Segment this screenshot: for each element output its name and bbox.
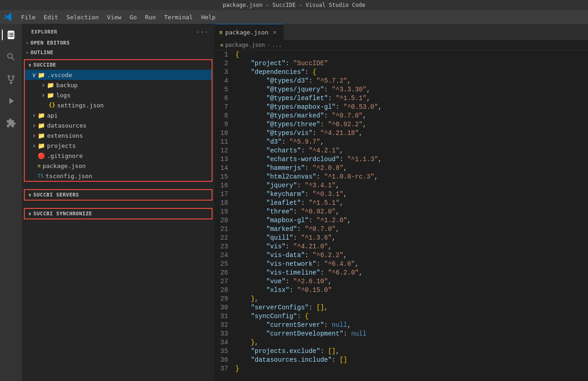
code-editor[interactable]: 1234567891011121314151617181920212223242… [215, 50, 588, 381]
package-json-label: package.json [43, 162, 86, 169]
logs-expand-icon: › [41, 91, 45, 99]
line-number-23: 23 [220, 242, 228, 251]
backup-folder-item[interactable]: › 📁 backup [25, 80, 212, 90]
code-line-13: "echarts-wordcloud": "^1.1.3", [235, 155, 579, 164]
gitignore-icon: 🔴 [38, 152, 45, 159]
code-line-11: "d3": "^5.9.7", [235, 138, 579, 146]
code-line-17: "keycharm": "^0.3.1", [235, 190, 579, 199]
outline-header[interactable]: › OUTLINE [22, 48, 214, 57]
code-line-5: "@types/jquery": "^3.3.30", [235, 85, 579, 94]
package-json-tab[interactable]: ≡ package.json × [215, 24, 284, 40]
code-line-18: "leaflet": "^1.5.1", [235, 199, 579, 207]
line-number-8: 8 [220, 112, 228, 120]
line-number-37: 37 [220, 364, 228, 373]
succide-header[interactable]: ∨ SUCCIDE [25, 60, 212, 70]
search-activity-icon[interactable] [2, 48, 20, 66]
line-number-33: 33 [220, 330, 228, 338]
line-number-17: 17 [220, 190, 228, 199]
gitignore-label: .gitignore [47, 152, 83, 159]
tsconfig-json-item[interactable]: TS tsconfig.json [25, 171, 212, 181]
explorer-activity-icon[interactable] [2, 26, 20, 44]
code-line-29: }, [235, 295, 579, 303]
vscode-expand-icon: ∨ [32, 71, 36, 78]
sidebar-header: EXPLORER ··· [22, 24, 214, 38]
package-json-item[interactable]: ≡ package.json [25, 161, 212, 171]
extensions-folder-label: extensions [47, 132, 83, 139]
api-folder-item[interactable]: › 📁 api [25, 110, 212, 120]
code-line-32: "currentServer": null, [235, 321, 579, 330]
line-number-1: 1 [220, 50, 228, 59]
menu-item-run[interactable]: Run [141, 12, 159, 22]
line-number-26: 26 [220, 269, 228, 277]
code-line-22: "quill": "^1.3.6", [235, 234, 579, 242]
tab-json-icon: ≡ [219, 29, 223, 35]
breadcrumb-sep: › [267, 42, 270, 48]
open-editors-header[interactable]: › OPEN EDITORS [22, 38, 214, 48]
menu-item-edit[interactable]: Edit [40, 12, 62, 22]
line-number-32: 32 [220, 321, 228, 330]
projects-folder-item[interactable]: › 📁 projects [25, 140, 212, 151]
code-line-9: "@types/three": "^0.92.2", [235, 120, 579, 129]
line-number-4: 4 [220, 77, 228, 85]
menu-item-terminal[interactable]: Terminal [161, 12, 197, 22]
line-number-36: 36 [220, 356, 228, 364]
gitignore-item[interactable]: 🔴 .gitignore [25, 151, 212, 161]
tab-close-button[interactable]: × [271, 28, 279, 36]
datasources-folder-item[interactable]: › 📁 datasources [25, 120, 212, 130]
outline-label: OUTLINE [31, 50, 54, 56]
succbi-servers-section: ∨ SUCCBI SERVERS [24, 189, 213, 201]
settings-json-label: settings.json [57, 102, 104, 109]
projects-folder-icon: 📁 [38, 142, 45, 149]
line-number-35: 35 [220, 347, 228, 356]
succbi-sync-header[interactable]: ∨ SUCCBI SYNCHRONIZE [25, 209, 212, 219]
menu-bar: FileEditSelectionViewGoRunTerminalHelp [0, 10, 588, 24]
line-number-2: 2 [220, 59, 228, 68]
menu-item-go[interactable]: Go [126, 12, 140, 22]
editor-area: ≡ package.json × ≡ package.json › ... 12… [215, 24, 588, 381]
succide-chevron: ∨ [28, 62, 32, 67]
file-tree: ∨ 📁 .vscode › 📁 backup › 📁 logs [25, 70, 212, 181]
sidebar: EXPLORER ··· › OPEN EDITORS › OUTLINE ∨ … [22, 24, 215, 381]
extensions-folder-item[interactable]: › 📁 extensions [25, 130, 212, 140]
tsconfig-json-icon: TS [38, 173, 44, 179]
line-number-24: 24 [220, 251, 228, 260]
succbi-servers-header[interactable]: ∨ SUCCBI SERVERS [25, 190, 212, 200]
extensions-activity-icon[interactable] [2, 114, 20, 132]
logs-folder-item[interactable]: › 📁 logs [25, 90, 212, 100]
line-number-6: 6 [220, 94, 228, 103]
sidebar-more-button[interactable]: ··· [196, 28, 209, 36]
line-number-14: 14 [220, 164, 228, 173]
line-number-16: 16 [220, 181, 228, 190]
code-line-36: "datasources.include": [] [235, 356, 579, 364]
tab-label: package.json [225, 29, 269, 36]
menu-item-selection[interactable]: Selection [63, 12, 102, 22]
line-number-7: 7 [220, 103, 228, 112]
line-number-18: 18 [220, 199, 228, 207]
succide-section: ∨ SUCCIDE ∨ 📁 .vscode › 📁 backup [24, 59, 213, 182]
code-line-14: "hammerjs": "^2.0.8", [235, 164, 579, 173]
outline-section: › OUTLINE [22, 48, 214, 57]
menu-item-help[interactable]: Help [197, 12, 219, 22]
vscode-folder-item[interactable]: ∨ 📁 .vscode [25, 70, 212, 80]
activity-bar [0, 24, 22, 381]
line-number-22: 22 [220, 234, 228, 242]
menu-item-view[interactable]: View [103, 12, 125, 22]
code-line-8: "@types/marked": "^0.7.0", [235, 112, 579, 120]
source-control-activity-icon[interactable] [2, 70, 20, 88]
breadcrumb-json-icon: ≡ [220, 42, 224, 48]
open-editors-label: OPEN EDITORS [31, 40, 70, 46]
settings-json-icon: {} [49, 102, 55, 108]
menu-item-file[interactable]: File [17, 12, 39, 22]
line-number-34: 34 [220, 338, 228, 347]
api-folder-icon: 📁 [38, 112, 45, 119]
code-content[interactable]: { "project": "SuccIDE" "dependencies": {… [235, 50, 588, 381]
code-line-24: "vis-data": "^6.2.2", [235, 251, 579, 260]
line-number-5: 5 [220, 85, 228, 94]
line-number-31: 31 [220, 312, 228, 321]
code-line-37: } [235, 364, 579, 373]
settings-json-item[interactable]: {} settings.json [25, 100, 212, 110]
line-number-27: 27 [220, 277, 228, 286]
menu-bar-items: FileEditSelectionViewGoRunTerminalHelp [17, 12, 219, 22]
run-activity-icon[interactable] [2, 92, 20, 110]
code-line-12: "echarts": "^4.2.1", [235, 146, 579, 155]
